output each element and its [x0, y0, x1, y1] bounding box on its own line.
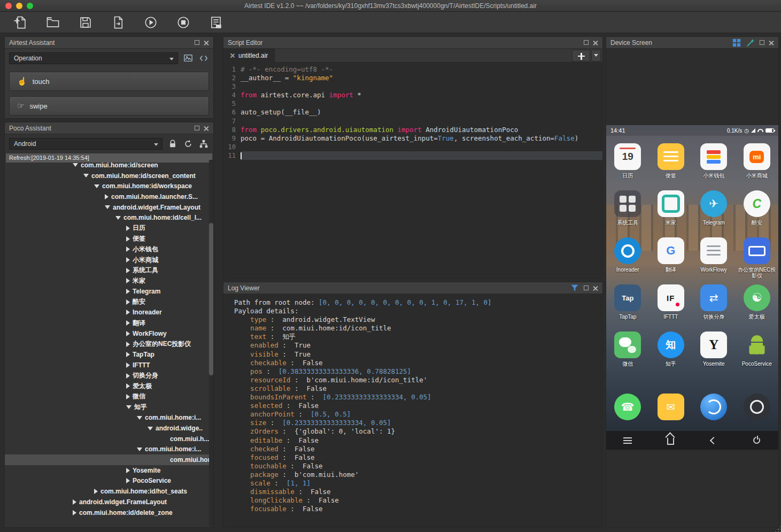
collapse-arrow-icon[interactable]: [105, 194, 109, 199]
app-mihome[interactable]: 米家: [649, 190, 693, 237]
collapse-arrow-icon[interactable]: [126, 299, 130, 305]
app-wallet[interactable]: 小米钱包: [692, 143, 736, 190]
insert-image-button[interactable]: [183, 53, 194, 64]
inspector-wand-button[interactable]: [746, 38, 755, 48]
camera-dock-button[interactable]: [736, 394, 779, 420]
tree-node[interactable]: com.miui.home:id/delete_zone: [5, 507, 213, 518]
tree-node[interactable]: com.miui.home:i...: [5, 444, 213, 455]
tab-list-dropdown-button[interactable]: [591, 50, 601, 61]
collapse-arrow-icon[interactable]: [73, 510, 76, 515]
home-button[interactable]: [660, 431, 682, 450]
collapse-arrow-icon[interactable]: [126, 310, 130, 315]
new-script-button[interactable]: [13, 15, 28, 30]
tree-scrollbar[interactable]: [209, 160, 213, 527]
expand-arrow-icon[interactable]: [83, 174, 89, 178]
app-taptap[interactable]: TapTapTap: [606, 284, 649, 331]
tree-node[interactable]: com.miui.home:id/hot_seats: [5, 486, 213, 497]
app-workflowy[interactable]: WorkFlowy: [692, 237, 736, 284]
tree-node[interactable]: com.miui.home:id/screen_content: [5, 171, 213, 181]
lock-button[interactable]: [168, 138, 178, 149]
tree-node[interactable]: com.miui.home.launcher.S...: [5, 191, 213, 202]
collapse-arrow-icon[interactable]: [126, 257, 130, 263]
collapse-arrow-icon[interactable]: [126, 268, 130, 273]
close-panel-button[interactable]: [204, 40, 209, 45]
app-coolapk[interactable]: C酷安: [736, 190, 779, 237]
app-taiji[interactable]: ☯爱太极: [736, 284, 779, 331]
float-panel-button[interactable]: [760, 40, 764, 45]
close-panel-button[interactable]: [204, 126, 209, 131]
float-panel-button[interactable]: [584, 40, 589, 45]
tree-node[interactable]: 小米商城: [5, 255, 213, 265]
app-mistore[interactable]: mi小米商城: [736, 143, 779, 190]
log-view-button[interactable]: [208, 15, 223, 30]
close-window-button[interactable]: [5, 3, 12, 9]
app-clone[interactable]: ⇄切换分身: [692, 284, 736, 331]
tree-node[interactable]: 日历: [5, 223, 213, 234]
app-yosemite[interactable]: YYosemite: [692, 331, 736, 379]
collapse-arrow-icon[interactable]: [126, 373, 130, 379]
tree-scrollbar-thumb[interactable]: [209, 223, 213, 375]
app-translate[interactable]: G翻译: [649, 237, 693, 284]
tree-node[interactable]: 小米钱包: [5, 244, 213, 255]
menu-button[interactable]: [617, 431, 638, 450]
operation-mode-select[interactable]: Operation: [9, 52, 178, 64]
app-ifttt[interactable]: IFIFTTT: [649, 284, 693, 331]
collapse-arrow-icon[interactable]: [126, 363, 130, 368]
collapse-arrow-icon[interactable]: [126, 383, 130, 389]
collapse-arrow-icon[interactable]: [126, 320, 130, 326]
tree-node[interactable]: android.widge..: [5, 423, 213, 434]
tree-node[interactable]: com.miui.home:id/cell_l...: [5, 212, 213, 223]
tree-node[interactable]: 切换分身: [5, 371, 213, 381]
collapse-arrow-icon[interactable]: [126, 236, 130, 242]
save-script-button[interactable]: [78, 15, 93, 30]
close-panel-button[interactable]: [593, 40, 598, 45]
swipe-button[interactable]: ☞swipe: [9, 96, 209, 115]
save-as-script-button[interactable]: [111, 15, 126, 30]
app-notes[interactable]: 便签: [649, 143, 693, 190]
refresh-tree-button[interactable]: [183, 138, 194, 149]
refresh-status-bar[interactable]: Refresh:[2019-01-19 14:35:54]: [6, 153, 212, 163]
tree-node[interactable]: PocoService: [5, 476, 213, 487]
expand-arrow-icon[interactable]: [94, 184, 99, 188]
screenshot-button[interactable]: [732, 38, 741, 48]
expand-arrow-icon[interactable]: [137, 416, 142, 420]
app-calendar[interactable]: 19日历: [606, 143, 649, 190]
collapse-arrow-icon[interactable]: [126, 331, 130, 336]
app-zhihu[interactable]: 知知乎: [649, 331, 693, 379]
collapse-arrow-icon[interactable]: [126, 478, 130, 483]
browser-dock-button[interactable]: [692, 394, 736, 420]
float-panel-button[interactable]: [195, 40, 199, 45]
filter-button[interactable]: [570, 283, 579, 293]
back-button[interactable]: [703, 431, 724, 450]
tree-node[interactable]: com.miui.home:id/workspace: [5, 181, 213, 191]
tree-node[interactable]: Inoreader: [5, 307, 213, 318]
tree-node[interactable]: 爱太极: [5, 381, 213, 391]
tree-node[interactable]: Telegram: [5, 286, 213, 297]
stop-script-button[interactable]: [176, 15, 191, 30]
tree-node[interactable]: 知乎: [5, 402, 213, 413]
expand-arrow-icon[interactable]: [105, 205, 110, 209]
app-poco[interactable]: PocoService: [736, 331, 779, 379]
touch-button[interactable]: ☝touch: [9, 72, 209, 91]
code-editor[interactable]: 1# -*- encoding=utf8 -*-2__author__ = "k…: [223, 63, 602, 160]
expand-arrow-icon[interactable]: [137, 448, 142, 451]
tree-node[interactable]: android.widget.FrameLayout: [5, 202, 213, 213]
tree-node[interactable]: 微信: [5, 391, 213, 402]
collapse-arrow-icon[interactable]: [126, 394, 130, 399]
run-script-button[interactable]: [143, 15, 158, 30]
app-wechat[interactable]: 微信: [606, 331, 649, 379]
expand-arrow-icon[interactable]: [115, 216, 121, 220]
app-folder[interactable]: 系统工具: [606, 190, 649, 237]
device-screen-mirror[interactable]: 14:41 0.1K/s ◷ 19日历便签小米钱包mi小米商城系统工具米家✈Te…: [606, 125, 778, 431]
tree-node[interactable]: com.miui.h...: [5, 434, 213, 444]
expand-arrow-icon[interactable]: [126, 405, 132, 409]
hierarchy-button[interactable]: [199, 138, 209, 149]
tree-node[interactable]: android.widget.FrameLayout: [5, 497, 213, 507]
tree-node[interactable]: Yosemite: [5, 465, 213, 476]
minimize-window-button[interactable]: [16, 3, 22, 9]
tree-node[interactable]: IFTTT: [5, 360, 213, 371]
expand-arrow-icon[interactable]: [148, 427, 153, 430]
power-button[interactable]: [746, 431, 768, 450]
tree-node[interactable]: 翻译: [5, 318, 213, 328]
maximize-window-button[interactable]: [27, 3, 33, 9]
